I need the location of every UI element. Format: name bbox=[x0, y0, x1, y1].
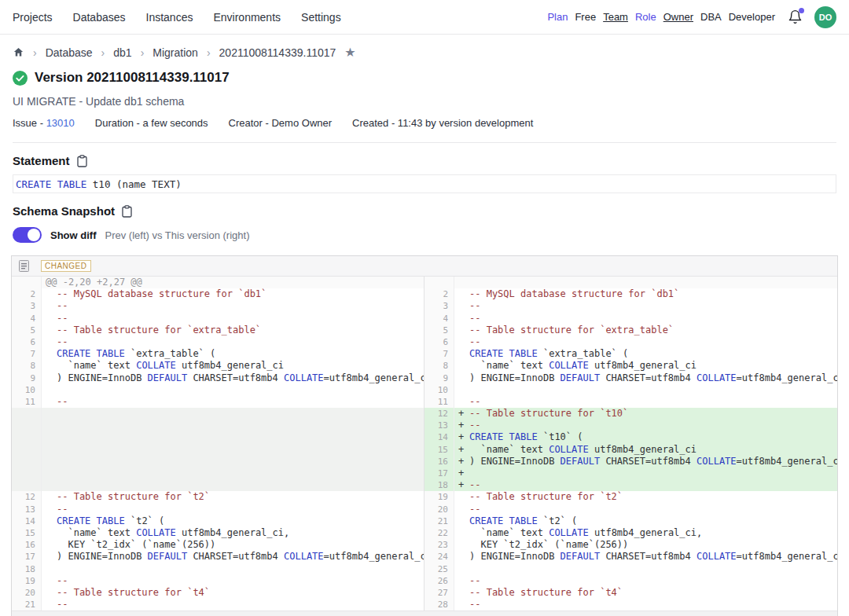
top-nav: ProjectsDatabasesInstancesEnvironmentsSe… bbox=[0, 0, 849, 35]
diff-row: 15 `name` text COLLATE utf8mb4_general_c… bbox=[12, 527, 837, 539]
show-diff-label: Show diff bbox=[50, 229, 97, 241]
diff-row: 2-- MySQL database structure for `db1`2-… bbox=[12, 288, 837, 300]
chevron-right-icon: › bbox=[101, 46, 105, 59]
line-number: 21 bbox=[424, 515, 454, 527]
line-number bbox=[424, 277, 454, 288]
line-number: 10 bbox=[12, 384, 42, 396]
diff-row: 6--6-- bbox=[12, 336, 837, 348]
diff-row: 16 KEY `t2_idx` (`name`(256))23 KEY `t2_… bbox=[12, 539, 837, 551]
diff-row: 8 `name` text COLLATE utf8mb4_general_ci… bbox=[12, 360, 837, 372]
line-number: 2 bbox=[12, 288, 42, 300]
nav-item-instances[interactable]: Instances bbox=[146, 11, 193, 24]
line-number: 14 bbox=[424, 431, 454, 443]
code-line: +-- bbox=[454, 420, 837, 431]
diff-row: 11--11-- bbox=[12, 396, 837, 408]
nav-item-projects[interactable]: Projects bbox=[13, 11, 53, 24]
code-line: -- MySQL database structure for `db1` bbox=[42, 288, 424, 300]
chevron-right-icon: › bbox=[33, 46, 37, 59]
breadcrumb-item-3[interactable]: Migration bbox=[153, 46, 198, 59]
code-line: CREATE TABLE `extra_table` ( bbox=[42, 348, 424, 360]
line-number: 19 bbox=[424, 491, 454, 503]
line-number: 20 bbox=[12, 587, 42, 599]
line-number: 4 bbox=[12, 313, 42, 324]
nav-dba: DBA bbox=[700, 11, 722, 23]
bell-icon[interactable] bbox=[788, 9, 803, 25]
issue-link[interactable]: 13010 bbox=[46, 117, 75, 129]
code-line: -- bbox=[42, 300, 424, 312]
code-line: -- bbox=[454, 396, 837, 408]
nav-free: Free bbox=[575, 11, 596, 23]
line-number: 18 bbox=[12, 563, 42, 575]
code-line: -- bbox=[454, 336, 837, 348]
breadcrumb-item-4[interactable]: 20211008114339.11017 bbox=[219, 46, 336, 59]
code-line: -- Table structure for `extra_table` bbox=[42, 324, 424, 336]
line-number: 21 bbox=[12, 599, 42, 610]
line-number: 5 bbox=[12, 324, 42, 336]
home-icon[interactable] bbox=[13, 46, 24, 58]
diff-row: 17) ENGINE=InnoDB DEFAULT CHARSET=utf8mb… bbox=[12, 551, 837, 563]
line-number: 9 bbox=[12, 372, 42, 384]
code-line: -- Table structure for `t2` bbox=[454, 491, 837, 503]
code-line bbox=[42, 479, 424, 491]
copy-schema-icon[interactable] bbox=[122, 205, 133, 218]
diff-row: 19--26-- bbox=[12, 575, 837, 587]
code-line: + bbox=[454, 468, 837, 479]
line-number: 5 bbox=[424, 324, 454, 336]
code-line: -- bbox=[42, 504, 424, 515]
line-number: 28 bbox=[424, 599, 454, 610]
diff-row: 3--3-- bbox=[12, 300, 837, 312]
line-number: 6 bbox=[424, 336, 454, 348]
meta-item-1: Issue - 13010 bbox=[13, 117, 75, 129]
line-number bbox=[12, 444, 42, 456]
file-icon bbox=[19, 260, 29, 272]
meta-item-3: Creator - Demo Owner bbox=[229, 117, 332, 129]
nav-team[interactable]: Team bbox=[603, 11, 628, 23]
page-title: Version 20211008114339.11017 bbox=[35, 70, 230, 86]
diff-row: 13+-- bbox=[12, 420, 837, 431]
code-line: ) ENGINE=InnoDB DEFAULT CHARSET=utf8mb4 … bbox=[42, 551, 424, 563]
code-line bbox=[42, 444, 424, 456]
statement-heading: Statement bbox=[13, 154, 70, 167]
code-line: -- Table structure for `t4` bbox=[454, 587, 837, 599]
code-line: KEY `t2_idx` (`name`(256)) bbox=[42, 539, 424, 551]
line-number: 6 bbox=[12, 336, 42, 348]
statement-code: CREATE TABLE t10 (name TEXT) bbox=[13, 174, 836, 193]
line-number bbox=[12, 479, 42, 491]
code-line: `name` text COLLATE utf8mb4_general_ci bbox=[42, 360, 424, 372]
star-icon[interactable]: ★ bbox=[344, 45, 355, 60]
code-line: +CREATE TABLE `t10` ( bbox=[454, 431, 837, 443]
line-number: 7 bbox=[424, 348, 454, 360]
diff-row: 18+-- bbox=[12, 479, 837, 491]
line-number bbox=[12, 420, 42, 431]
diff-row: 14+CREATE TABLE `t10` ( bbox=[12, 431, 837, 443]
diff-body[interactable]: @@ -2,20 +2,27 @@2-- MySQL database stru… bbox=[12, 277, 837, 610]
diff-row: 14CREATE TABLE `t2` (21CREATE TABLE `t2`… bbox=[12, 515, 837, 527]
nav-item-environments[interactable]: Environments bbox=[213, 11, 281, 24]
breadcrumb-item-1[interactable]: Database bbox=[46, 46, 93, 59]
line-number: 18 bbox=[424, 479, 454, 491]
diff-scrollbar[interactable] bbox=[12, 610, 837, 616]
line-number: 19 bbox=[12, 575, 42, 587]
code-line bbox=[42, 384, 424, 396]
line-number: 24 bbox=[424, 551, 454, 563]
code-line: -- MySQL database structure for `db1` bbox=[454, 288, 837, 300]
divider bbox=[13, 142, 836, 143]
copy-statement-icon[interactable] bbox=[77, 155, 88, 167]
show-diff-toggle[interactable] bbox=[13, 227, 42, 243]
breadcrumb-item-2[interactable]: db1 bbox=[113, 46, 131, 59]
line-number: 13 bbox=[424, 420, 454, 431]
nav-item-databases[interactable]: Databases bbox=[73, 11, 126, 24]
avatar[interactable]: DO bbox=[814, 6, 836, 28]
nav-item-settings[interactable]: Settings bbox=[301, 11, 341, 24]
chevron-right-icon: › bbox=[141, 46, 145, 59]
code-line: ) ENGINE=InnoDB DEFAULT CHARSET=utf8mb4 … bbox=[454, 372, 837, 384]
meta-item-2: Duration - a few seconds bbox=[95, 117, 208, 129]
code-line: KEY `t2_idx` (`name`(256)) bbox=[454, 539, 837, 551]
line-number: 16 bbox=[12, 539, 42, 551]
breadcrumb: ›Database›db1›Migration›20211008114339.1… bbox=[0, 35, 849, 61]
diff-header: CHANGED bbox=[12, 256, 837, 277]
code-line bbox=[42, 420, 424, 431]
nav-owner[interactable]: Owner bbox=[663, 11, 693, 23]
line-number: 10 bbox=[424, 384, 454, 396]
line-number: 27 bbox=[424, 587, 454, 599]
